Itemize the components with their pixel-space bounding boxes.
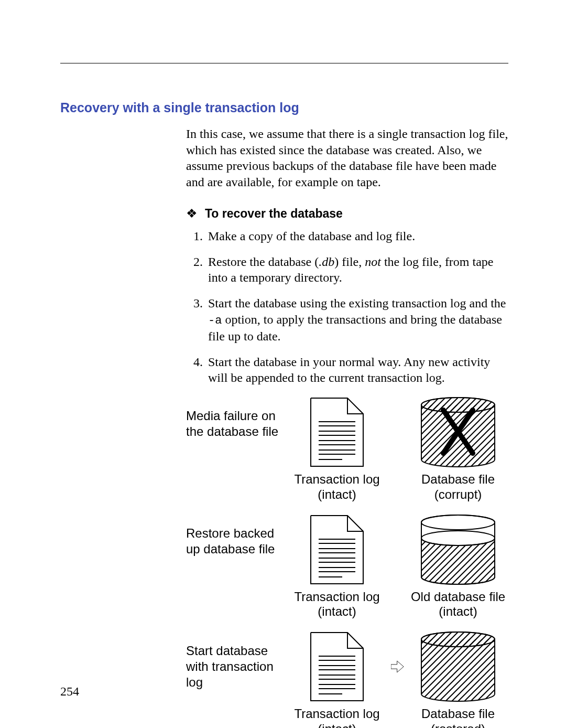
diamond-bullet-icon: ❖ <box>186 207 198 220</box>
caption-log-1: Transaction log (intact) <box>287 472 387 502</box>
caption-log-2: Transaction log (intact) <box>287 590 387 620</box>
caption-db-3: Database file (restored) <box>408 706 508 728</box>
diagram: Media failure on the database file <box>186 395 508 728</box>
list-item: Make a copy of the database and log file… <box>206 228 508 244</box>
text-mono: -a <box>208 314 222 327</box>
text: ) file, <box>334 255 365 269</box>
database-corrupt-icon <box>408 395 508 469</box>
diagram-captions-1: Transaction log (intact) Database file (… <box>186 472 508 502</box>
subheading-row: ❖ To recover the database <box>186 206 508 221</box>
caption-db-1: Database file (corrupt) <box>408 472 508 502</box>
text: Restore the database ( <box>208 255 319 269</box>
text: option, to apply the transactions and br… <box>208 313 502 343</box>
diagram-label-1: Media failure on the database file <box>186 395 283 440</box>
text: Start the database using the existing tr… <box>208 296 506 310</box>
diagram-captions-2: Transaction log (intact) Old database fi… <box>186 590 508 620</box>
step-list: Make a copy of the database and log file… <box>186 228 508 386</box>
subheading: To recover the database <box>205 207 343 220</box>
diagram-captions-3: Transaction log (intact) Database file (… <box>186 706 508 728</box>
transaction-log-icon <box>287 395 387 469</box>
page-number: 254 <box>60 684 79 699</box>
diagram-label-3: Start database with transaction log <box>186 643 283 690</box>
diagram-row-2: Restore backed up database file <box>186 513 508 586</box>
svg-marker-34 <box>391 661 404 672</box>
page: Recovery with a single transaction log I… <box>0 0 566 728</box>
caption-log-3: Transaction log (intact) <box>287 706 387 728</box>
text-italic: .db <box>319 255 334 269</box>
list-item: Start the database using the existing tr… <box>206 295 508 345</box>
transaction-log-icon <box>287 630 387 703</box>
section-title: Recovery with a single transaction log <box>60 100 508 115</box>
diagram-row-3: Start database with transaction log <box>186 630 508 703</box>
intro-paragraph: In this case, we assume that there is a … <box>186 126 508 190</box>
diagram-label-2: Restore backed up database file <box>186 513 283 557</box>
database-restored-icon <box>408 630 508 703</box>
list-item: Start the database in your normal way. A… <box>206 354 508 386</box>
database-old-icon <box>408 513 508 586</box>
top-rule <box>60 63 508 63</box>
text-italic: not <box>365 255 381 269</box>
transaction-log-icon <box>287 513 387 586</box>
arrow-right-icon <box>391 651 404 682</box>
caption-db-2: Old database file (intact) <box>408 590 508 620</box>
diagram-row-1: Media failure on the database file <box>186 395 508 469</box>
list-item: Restore the database (.db) file, not the… <box>206 254 508 286</box>
